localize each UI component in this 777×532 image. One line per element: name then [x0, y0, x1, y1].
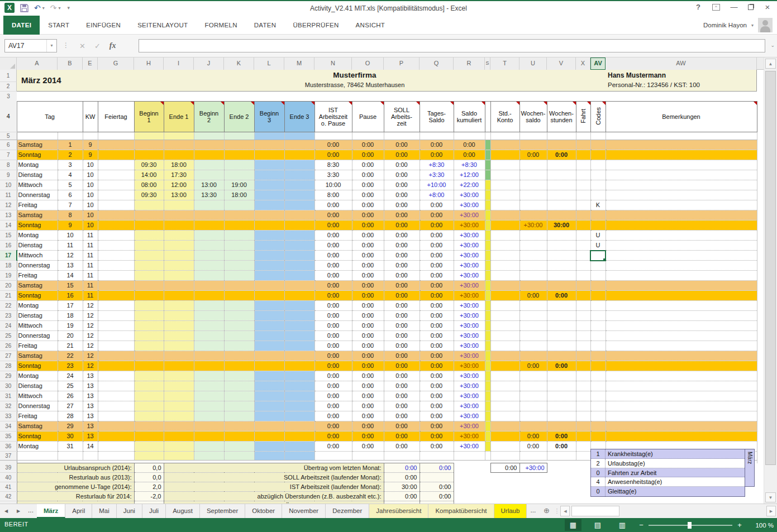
cell-beginn2[interactable]	[194, 421, 224, 432]
tab-ellipsis-left[interactable]: ...	[25, 504, 37, 518]
cell-beginn1[interactable]	[134, 150, 164, 160]
cell-beginn3[interactable]	[254, 261, 284, 271]
cell[interactable]	[454, 452, 485, 461]
zoom-slider-thumb[interactable]	[688, 522, 692, 529]
cell-beginn1[interactable]	[134, 341, 164, 351]
cell-soll[interactable]: 0:00	[384, 150, 420, 160]
cell-saldo-kumuliert[interactable]: +30:00	[454, 210, 485, 220]
tab-start[interactable]: START	[40, 16, 78, 35]
cell-bemerkung[interactable]	[606, 180, 757, 190]
cell-marker[interactable]	[485, 351, 490, 361]
cell[interactable]	[83, 452, 98, 461]
cell-tag[interactable]: Dienstag	[17, 170, 58, 180]
cell-ende2[interactable]	[224, 351, 254, 361]
cell-tag[interactable]: Montag	[17, 160, 58, 170]
cell-saldo-kumuliert[interactable]: +30:00	[454, 301, 485, 311]
cell[interactable]	[490, 132, 519, 140]
cell-stdkonto[interactable]	[490, 240, 519, 251]
cell-kw[interactable]: 10	[83, 170, 98, 180]
cell-tagessaldo[interactable]: 0:00	[420, 381, 454, 391]
cancel-entry-icon[interactable]: ✕	[79, 42, 85, 50]
cell-feiertag[interactable]	[98, 391, 134, 401]
cell[interactable]	[606, 132, 757, 140]
cell-pause[interactable]: 0:00	[352, 261, 384, 271]
cell-soll[interactable]: 0:00	[384, 381, 420, 391]
cell-fahrt[interactable]	[576, 401, 590, 411]
cell-wochensaldo[interactable]	[519, 140, 547, 150]
col-U[interactable]: U	[519, 57, 547, 70]
cell-tag[interactable]: Donnerstag	[17, 401, 58, 411]
cell-tagessaldo[interactable]: 0:00	[420, 140, 454, 150]
cell[interactable]	[485, 132, 490, 140]
row-number[interactable]: 15	[0, 230, 17, 240]
cell-beginn3[interactable]	[254, 371, 284, 381]
cell-bemerkung[interactable]	[606, 381, 757, 391]
page-break-view-icon[interactable]: ▥	[614, 519, 631, 531]
scroll-right-icon[interactable]: ▶	[766, 506, 776, 516]
cell-ende1[interactable]	[164, 311, 194, 321]
cell-day[interactable]: 23	[58, 361, 83, 371]
cell-stdkonto[interactable]	[490, 281, 519, 291]
cell-saldo-kumuliert[interactable]: +30:00	[454, 200, 485, 210]
cell-saldo-kumuliert[interactable]: +30:00	[454, 361, 485, 371]
cell-wochenstunden[interactable]: 0:00	[547, 361, 576, 371]
cell-bemerkung[interactable]	[606, 301, 757, 311]
cell-kw[interactable]: 11	[83, 291, 98, 301]
cell[interactable]	[519, 482, 547, 492]
cell-soll[interactable]: 0:00	[384, 301, 420, 311]
cell-wochensaldo[interactable]	[519, 160, 547, 170]
cell-ende1[interactable]	[164, 261, 194, 271]
cell-wochensaldo[interactable]	[519, 381, 547, 391]
cell-tag[interactable]: Montag	[17, 230, 58, 240]
cell-beginn3[interactable]	[254, 230, 284, 240]
cell-pause[interactable]: 0:00	[352, 391, 384, 401]
row-number[interactable]: 37	[0, 452, 17, 461]
cell[interactable]	[224, 452, 254, 461]
col-P[interactable]: P	[384, 57, 420, 70]
footer-value[interactable]: 0:00	[420, 482, 454, 492]
cell-beginn2[interactable]	[194, 381, 224, 391]
cell-wochenstunden[interactable]	[547, 391, 576, 401]
cell[interactable]	[58, 132, 83, 140]
cell[interactable]	[576, 132, 590, 140]
cell-beginn2[interactable]	[194, 170, 224, 180]
cell-feiertag[interactable]	[98, 361, 134, 371]
cell[interactable]	[519, 132, 547, 140]
cell-marker[interactable]	[485, 421, 490, 432]
cell-wochensaldo[interactable]: 0:00	[519, 361, 547, 371]
row-number[interactable]: 7	[0, 150, 17, 160]
cell-ende2[interactable]	[224, 391, 254, 401]
cell-stdkonto[interactable]	[490, 351, 519, 361]
cell-pause[interactable]: 0:00	[352, 311, 384, 321]
cell-ende3[interactable]	[284, 381, 314, 391]
cell-tag[interactable]: Mittwoch	[17, 251, 58, 261]
cell-tagessaldo[interactable]: 0:00	[420, 261, 454, 271]
cell-stdkonto[interactable]	[490, 210, 519, 220]
cell-beginn1[interactable]	[134, 261, 164, 271]
cell-beginn1[interactable]: 09:30	[134, 160, 164, 170]
cell-soll[interactable]: 0:00	[384, 331, 420, 341]
cell-pause[interactable]: 0:00	[352, 170, 384, 180]
cell-feiertag[interactable]	[98, 271, 134, 281]
cell[interactable]	[547, 452, 576, 461]
tab-scroll-right-icon[interactable]: ▶	[12, 504, 25, 518]
cell[interactable]	[224, 132, 254, 140]
footer-label[interactable]: genommene U-Tage (2014):	[17, 482, 134, 492]
cell-soll[interactable]: 0:00	[384, 411, 420, 421]
cell-bemerkung[interactable]	[606, 230, 757, 240]
user-account[interactable]: Dominik Hayon ▾	[703, 18, 773, 32]
cell-feiertag[interactable]	[98, 301, 134, 311]
cell-feiertag[interactable]	[98, 190, 134, 200]
cell-beginn1[interactable]	[134, 391, 164, 401]
cell-wochenstunden[interactable]	[547, 411, 576, 421]
cell-ende1[interactable]	[164, 281, 194, 291]
formula-input[interactable]	[139, 39, 765, 52]
cell-tagessaldo[interactable]: 0:00	[420, 281, 454, 291]
tab-ellipsis-right[interactable]: ...	[527, 504, 539, 518]
cell-stdkonto[interactable]	[490, 170, 519, 180]
cell-ist[interactable]: 0:00	[314, 401, 352, 411]
cell-kw[interactable]: 13	[83, 432, 98, 442]
footer-label[interactable]: Resturlaub aus (2013):	[17, 473, 134, 482]
cell-day[interactable]: 19	[58, 321, 83, 331]
cell-wochensaldo[interactable]	[519, 401, 547, 411]
